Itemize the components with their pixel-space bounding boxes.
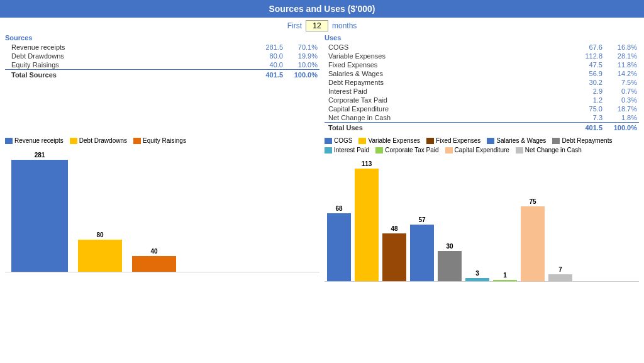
right-legend: COGS Variable Expenses Fixed Expenses Sa… (325, 137, 639, 154)
legend-color (445, 147, 453, 154)
bar-value-label: 113 (362, 160, 372, 167)
legend-item: Debt Repayments (552, 137, 612, 144)
sources-value: 80.0 (250, 52, 285, 60)
legend-item: COGS (325, 137, 352, 144)
bar-value-label: 75 (529, 198, 536, 205)
sources-panel: Sources Revenue receipts 281.5 70.1%Debt… (5, 34, 319, 132)
uses-value: 47.5 (570, 60, 604, 69)
uses-pct: 14.2% (604, 69, 639, 78)
main-content: Sources Revenue receipts 281.5 70.1%Debt… (0, 34, 644, 132)
sources-title: Sources (5, 34, 319, 42)
uses-label: Capital Expenditure (325, 104, 570, 113)
legend-color (358, 138, 366, 144)
bar-value-label: 3 (475, 270, 479, 277)
bar-value-label: 40 (150, 248, 157, 255)
uses-pct: 1.8% (604, 113, 639, 123)
bar (11, 160, 68, 272)
legend-color (375, 147, 383, 154)
bar-value-label: 30 (446, 243, 453, 250)
bar-group: 7 (548, 266, 572, 281)
legend-item: Net Change in Cash (516, 147, 582, 154)
uses-pct: 0.3% (604, 96, 639, 104)
bar-group: 113 (355, 160, 379, 281)
legend-label: Capital Expenditure (455, 147, 509, 154)
legend-label: Debt Repayments (562, 137, 612, 144)
bar-group: 48 (382, 225, 406, 281)
bar-value-label: 57 (418, 216, 425, 223)
legend-label: Interest Paid (334, 147, 369, 154)
uses-value: 67.6 (570, 43, 604, 52)
legend-color (70, 138, 77, 144)
bar-group: 3 (465, 270, 489, 281)
months-row: First months (0, 18, 644, 34)
legend-label: Net Change in Cash (525, 147, 582, 154)
uses-total-label: Total Uses (325, 123, 570, 133)
bar (132, 256, 176, 272)
sources-label: Equity Raisings (5, 60, 250, 70)
uses-value: 56.9 (570, 69, 604, 78)
bar (355, 169, 379, 281)
page-header: Sources and Uses ($'000) (0, 0, 644, 18)
legend-item: Equity Raisings (133, 137, 186, 144)
uses-label: Corporate Tax Paid (325, 96, 570, 104)
uses-value: 30.2 (570, 78, 604, 87)
bar-group: 30 (438, 243, 462, 281)
right-chart: COGS Variable Expenses Fixed Expenses Sa… (325, 137, 639, 282)
sources-row: Equity Raisings 40.0 10.0% (5, 60, 319, 70)
bar-value-label: 281 (35, 152, 45, 159)
bar-group: 40 (132, 248, 176, 272)
legend-item: Capital Expenditure (445, 147, 509, 154)
bar-value-label: 68 (335, 205, 342, 212)
bar-value-label: 48 (391, 225, 397, 232)
bar-group: 281 (11, 152, 68, 272)
uses-pct: 7.5% (604, 78, 639, 87)
bar-group: 68 (327, 205, 351, 281)
legend-item: Salaries & Wages (487, 137, 546, 144)
uses-total-value: 401.5 (570, 123, 604, 133)
bar-value-label: 1 (503, 272, 507, 279)
sources-total-pct: 100.0% (285, 70, 319, 80)
legend-item: Revenue receipts (5, 137, 64, 144)
legend-color (133, 138, 141, 144)
uses-table: COGS 67.6 16.8%Variable Expenses 112.8 2… (325, 43, 639, 132)
legend-label: Equity Raisings (143, 137, 186, 144)
header-title: Sources and Uses ($'000) (269, 4, 375, 14)
bar (493, 280, 517, 281)
sources-table: Revenue receipts 281.5 70.1%Debt Drawdow… (5, 43, 319, 79)
legend-color (516, 147, 523, 154)
bar (465, 278, 489, 281)
sources-total-value: 401.5 (250, 70, 285, 80)
legend-color (426, 138, 434, 144)
legend-label: Salaries & Wages (496, 137, 546, 144)
uses-total-row: Total Uses 401.5 100.0% (325, 123, 639, 133)
uses-row: Net Change in Cash 7.3 1.8% (325, 113, 639, 123)
bar (438, 251, 462, 281)
left-legend: Revenue receipts Debt Drawdowns Equity R… (5, 137, 319, 144)
months-label-after: months (332, 21, 357, 30)
uses-label: Net Change in Cash (325, 113, 570, 123)
uses-pct: 11.8% (604, 60, 639, 69)
bar (410, 225, 434, 281)
uses-value: 112.8 (570, 52, 604, 60)
legend-color (5, 138, 13, 144)
sources-row: Revenue receipts 281.5 70.1% (5, 43, 319, 52)
uses-value: 75.0 (570, 104, 604, 113)
legend-color (325, 138, 332, 144)
uses-title: Uses (325, 34, 639, 42)
bar-group: 57 (410, 216, 434, 281)
months-input[interactable] (306, 20, 328, 31)
uses-pct: 0.7% (604, 87, 639, 96)
left-chart: Revenue receipts Debt Drawdowns Equity R… (5, 137, 319, 282)
legend-label: Revenue receipts (14, 137, 64, 144)
charts-section: Revenue receipts Debt Drawdowns Equity R… (0, 135, 644, 284)
bar-value-label: 80 (96, 232, 103, 238)
legend-label: Corporate Tax Paid (385, 147, 438, 154)
uses-row: Capital Expenditure 75.0 18.7% (325, 104, 639, 113)
uses-value: 1.2 (570, 96, 604, 104)
uses-row: Variable Expenses 112.8 28.1% (325, 52, 639, 60)
uses-row: Salaries & Wages 56.9 14.2% (325, 69, 639, 78)
sources-pct: 10.0% (285, 60, 319, 70)
months-label-before: First (287, 21, 302, 30)
left-bar-chart: 281 80 40 (5, 147, 319, 272)
legend-item: Fixed Expenses (426, 137, 480, 144)
